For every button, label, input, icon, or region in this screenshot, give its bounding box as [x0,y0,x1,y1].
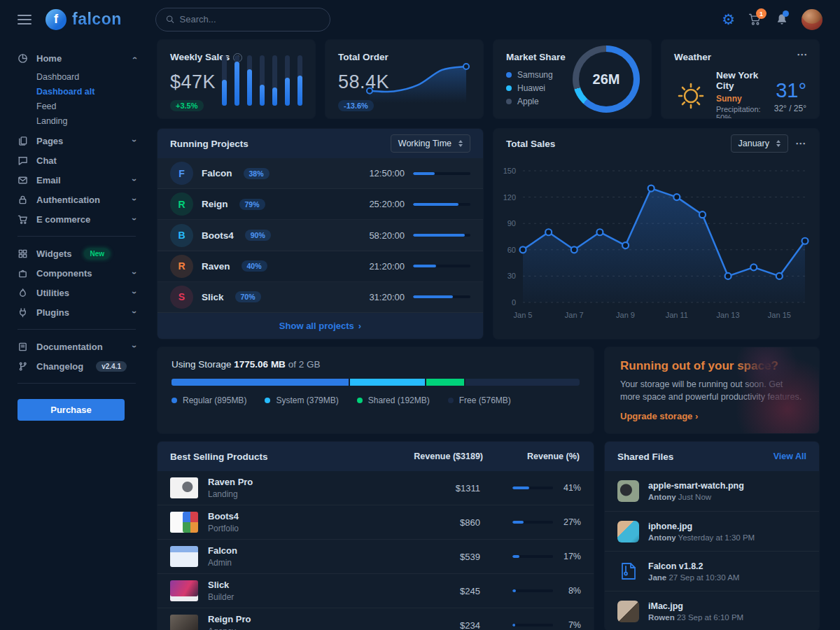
file-user: Rowen [648,613,675,622]
product-name[interactable]: Slick [208,580,386,590]
card-menu-icon[interactable]: ⋯ [797,48,808,61]
settings-gear-icon[interactable]: ⚙ [722,11,735,28]
book-icon [18,342,28,352]
y-tick-label: 30 [507,272,516,280]
data-point [673,194,680,200]
product-category[interactable]: Portfolio [208,524,386,533]
project-name[interactable]: Boots4 [202,230,234,241]
file-thumbnail [617,601,639,622]
product-row: Raven ProLanding $1311 41% [158,471,594,505]
sidebar-item-utilities[interactable]: Utilities › [18,283,136,302]
card-title: Running Projects [170,139,248,149]
data-point [463,64,469,69]
sidebar-item-home[interactable]: Home › [18,48,136,68]
puzzle-icon [18,268,28,279]
product-thumbnail [170,512,198,533]
product-category[interactable]: Admin [208,558,386,568]
purchase-button[interactable]: Purchase [18,399,125,421]
sidebar-item-feed[interactable]: Feed [36,99,136,113]
legend-dot [506,99,512,104]
legend-dot [448,398,454,403]
hamburger-menu-icon[interactable] [18,15,31,24]
sidebar-item-landing[interactable]: Landing [36,113,136,128]
user-avatar[interactable] [802,9,822,30]
project-time: 25:20:00 [369,199,405,209]
upgrade-storage-link[interactable]: Upgrade storage › [620,411,698,421]
sidebar-item-widgets[interactable]: Widgets New [18,244,136,263]
upgrade-space-card: Running out of your space? Your storage … [605,347,819,433]
product-row: FalconAdmin $539 17% [158,540,594,574]
file-archive-icon [617,561,639,582]
file-time: 27 Sep at 10:30 AM [668,573,739,582]
spark-bar [222,55,227,106]
project-name[interactable]: Falcon [202,168,232,178]
storage-segment [465,379,580,386]
working-time-select[interactable]: Working Time [391,134,470,153]
product-category[interactable]: Builder [208,592,386,602]
legend-label: Regular (895MB) [183,396,246,405]
file-name[interactable]: iphone.jpg [648,522,755,531]
sidebar-item-chat[interactable]: Chat [18,150,136,170]
card-title: Total Sales [506,139,555,149]
file-thumbnail [617,521,639,542]
product-name[interactable]: Raven Pro [208,477,386,487]
donut-center-label: 26M [593,71,620,88]
select-value: Working Time [398,139,451,148]
brand-logo[interactable]: f falcon [46,9,122,30]
product-progress-bar [512,555,553,558]
file-list: apple-smart-watch.png Antony Just Now ip… [605,471,819,630]
plug-icon [18,307,28,318]
file-row: iphone.jpg Antony Yesterday at 1:30 PM [605,511,819,551]
project-badge: 90% [245,230,271,241]
search-input[interactable] [180,14,320,24]
file-name[interactable]: apple-smart-watch.png [648,481,744,491]
sidebar-item-ecommerce[interactable]: E commerce › [18,209,136,229]
product-revenue: $245 [396,586,480,596]
show-all-projects-link[interactable]: Show all projects › [158,313,483,339]
sidebar: Home › Dashboard Dashboard alt Feed Land… [0,38,148,421]
sidebar-item-label: Utilities [36,288,69,298]
sidebar-item-dashboard-alt[interactable]: Dashboard alt [36,84,136,99]
notifications-bell-icon[interactable] [775,13,789,27]
view-all-link[interactable]: View All [774,451,806,461]
sidebar-item-pages[interactable]: Pages › [18,131,136,150]
product-name[interactable]: Falcon [208,545,386,556]
legend-label: Samsung [517,70,553,80]
project-name[interactable]: Raven [202,261,230,272]
product-name[interactable]: Reign Pro [208,614,386,624]
sidebar-divider [18,383,136,384]
weekly-sales-badge: +3.5% [170,100,204,111]
data-point [520,246,526,253]
product-revenue: $860 [396,517,480,528]
chevron-down-icon: › [130,345,139,348]
sidebar-item-email[interactable]: Email › [18,170,136,190]
chevron-down-icon: › [130,218,139,220]
spark-bar [272,55,277,106]
weather-card: Weather ⋯ New York City Sunny Precipitat… [662,40,819,118]
sidebar-item-plugins[interactable]: Plugins › [18,302,136,322]
file-time: Just Now [678,493,711,501]
card-menu-icon[interactable]: ⋯ [795,137,806,150]
project-name[interactable]: Slick [202,292,224,302]
sidebar-item-authentication[interactable]: Authentication › [18,190,136,209]
space-body-text: Your storage will be running out soon. G… [620,378,804,403]
chevron-down-icon: › [130,311,139,314]
file-name[interactable]: Falcon v1.8.2 [648,561,739,571]
product-percent: 17% [560,552,581,561]
legend-label: Huawei [517,83,545,93]
file-name[interactable]: iMac.jpg [648,601,743,611]
month-select[interactable]: January [731,134,788,153]
project-progress-bar [413,234,470,237]
sidebar-item-changelog[interactable]: Changelog v2.4.1 [18,356,136,376]
sidebar-item-documentation[interactable]: Documentation › [18,337,136,356]
file-row: apple-smart-watch.png Antony Just Now [605,471,819,511]
shopping-cart-icon[interactable]: 1 [748,12,762,27]
sidebar-item-dashboard[interactable]: Dashboard [36,69,136,84]
project-name[interactable]: Reign [202,199,228,209]
search-box[interactable] [155,8,330,31]
card-title: Market Share [506,52,566,62]
product-category[interactable]: Agency [208,626,386,630]
product-name[interactable]: Boots4 [208,511,386,522]
sidebar-item-components[interactable]: Components › [18,263,136,283]
product-category[interactable]: Landing [208,489,386,499]
